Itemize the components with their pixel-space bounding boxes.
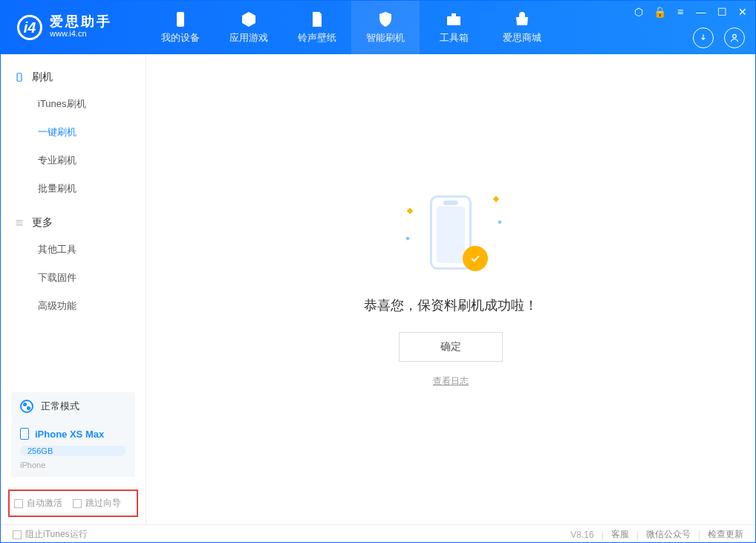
svg-rect-2 [452,13,456,16]
svg-rect-0 [177,12,184,27]
success-message: 恭喜您，保资料刷机成功啦！ [364,296,538,314]
wechat-link[interactable]: 微信公众号 [646,528,691,541]
tab-ringtones-wallpapers[interactable]: 铃声壁纸 [283,1,351,54]
device-panel[interactable]: iPhone XS Max 256GB iPhone [11,420,135,477]
tab-label: 工具箱 [440,31,469,45]
music-file-icon [308,10,326,28]
maximize-button[interactable]: ☐ [715,5,729,19]
cube-icon [240,10,258,28]
sidebar-item-download-firmware[interactable]: 下载固件 [14,264,132,292]
device-type: iPhone [20,461,126,469]
sidebar-section-flash: 刷机 [14,65,132,90]
minimize-button[interactable]: — [694,5,708,19]
checkbox-block-itunes[interactable]: 阻止iTunes运行 [13,528,88,541]
tab-label: 应用游戏 [229,31,268,45]
checkbox-box [73,499,82,508]
tab-apps-games[interactable]: 应用游戏 [215,1,283,54]
sidebar-item-itunes-flash[interactable]: iTunes刷机 [14,90,132,118]
toolbox-icon [445,10,463,28]
tab-toolbox[interactable]: 工具箱 [420,1,488,54]
main-content: 恭喜您，保资料刷机成功啦！ 确定 查看日志 [146,54,755,524]
store-icon [513,10,531,28]
checkbox-label: 跳过向导 [85,497,121,510]
header-tabs: 我的设备 应用游戏 铃声壁纸 智能刷机 工具箱 爱思商城 [146,1,556,54]
tab-label: 爱思商城 [503,31,541,45]
checkbox-box [13,530,22,539]
options-highlight: 自动激活 跳过向导 [8,490,138,517]
support-link[interactable]: 客服 [611,528,629,541]
user-button[interactable] [724,27,745,48]
sidebar-item-batch-flash[interactable]: 批量刷机 [14,175,132,203]
footer: 阻止iTunes运行 V8.16 | 客服 | 微信公众号 | 检查更新 [1,524,755,543]
sidebar-item-oneclick-flash[interactable]: 一键刷机 [14,118,132,146]
svg-rect-1 [447,16,460,25]
checkbox-label: 自动激活 [27,497,62,510]
logo-icon: i4 [17,15,42,40]
app-logo: i4 爱思助手 www.i4.cn [1,15,146,40]
app-title: 爱思助手 [50,15,112,28]
sidebar-section-more: 更多 [14,210,132,235]
tab-label: 铃声壁纸 [298,31,336,45]
svg-point-3 [733,34,737,38]
tab-smart-flash[interactable]: 智能刷机 [351,1,420,54]
checkbox-skip-guide[interactable]: 跳过向导 [73,497,121,510]
sidebar-item-advanced[interactable]: 高级功能 [14,292,132,320]
tab-my-device[interactable]: 我的设备 [146,1,215,54]
menu-icon[interactable]: ≡ [674,5,687,19]
check-update-link[interactable]: 检查更新 [708,528,743,541]
download-button[interactable] [693,27,714,48]
device-phone-icon [20,428,29,440]
lock-icon[interactable]: 🔒 [653,5,666,19]
success-illustration [406,191,495,280]
section-title: 更多 [32,216,53,230]
checkbox-auto-activate[interactable]: 自动激活 [14,497,62,510]
device-storage: 256GB [20,446,126,456]
version-label: V8.16 [570,530,593,540]
phone-icon [14,72,25,82]
tab-store[interactable]: 爱思商城 [488,1,556,54]
ok-button[interactable]: 确定 [399,332,503,362]
device-icon [172,10,189,28]
mode-icon [20,400,33,413]
view-log-link[interactable]: 查看日志 [433,375,469,388]
sidebar-item-other-tools[interactable]: 其他工具 [14,235,132,264]
close-button[interactable]: ✕ [736,5,749,19]
svg-rect-4 [17,74,22,82]
window-controls: ⬡ 🔒 ≡ — ☐ ✕ [632,5,749,19]
shield-refresh-icon [377,10,394,28]
list-icon [14,218,25,228]
header: i4 爱思助手 www.i4.cn 我的设备 应用游戏 铃声壁纸 智能刷机 工具… [1,1,755,54]
app-subtitle: www.i4.cn [50,28,112,39]
checkbox-box [14,499,23,508]
sidebar: 刷机 iTunes刷机 一键刷机 专业刷机 批量刷机 更多 其他工具 下载固件 … [1,54,146,524]
section-title: 刷机 [32,71,53,84]
sidebar-item-pro-flash[interactable]: 专业刷机 [14,146,132,175]
checkbox-label: 阻止iTunes运行 [25,528,88,541]
tab-label: 智能刷机 [366,31,405,45]
checkmark-badge-icon [463,246,488,271]
tab-label: 我的设备 [161,31,200,45]
mode-label: 正常模式 [41,400,79,413]
shirt-icon[interactable]: ⬡ [632,5,645,19]
device-mode-panel[interactable]: 正常模式 [11,392,135,420]
device-name: iPhone XS Max [35,429,104,440]
